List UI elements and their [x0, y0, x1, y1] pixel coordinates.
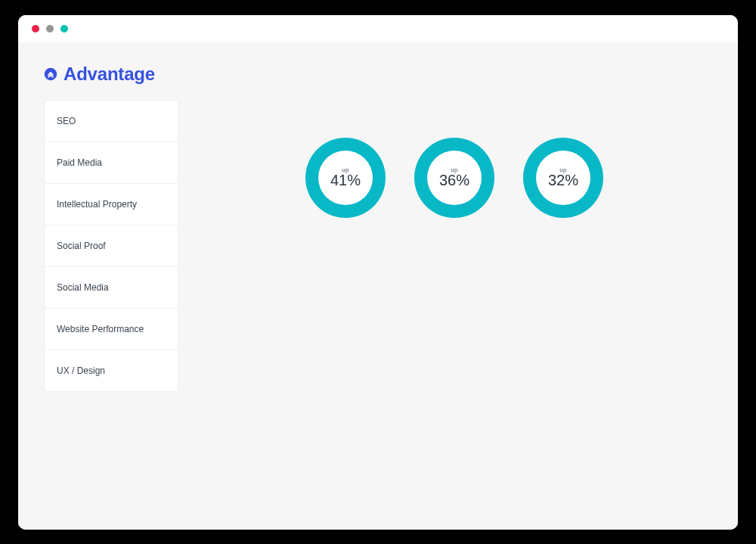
svg-point-0	[45, 67, 57, 80]
sidebar-item-paid-media[interactable]: Paid Media	[45, 142, 178, 184]
metric-value: 32%	[548, 172, 578, 189]
metric-value: 41%	[330, 172, 361, 189]
sidebar-item-label: Social Media	[57, 282, 109, 293]
layout-row: SEO Paid Media Intellectual Property Soc…	[44, 100, 712, 392]
app-content: Advantage SEO Paid Media Intellectual Pr…	[18, 42, 738, 530]
metric-donut-3: up 32%	[523, 138, 603, 218]
window-titlebar	[18, 15, 738, 42]
app-window: Advantage SEO Paid Media Intellectual Pr…	[18, 15, 738, 530]
sidebar-item-seo[interactable]: SEO	[45, 101, 178, 142]
sidebar-item-intellectual-property[interactable]: Intellectual Property	[45, 184, 178, 225]
sidebar-item-social-proof[interactable]: Social Proof	[45, 225, 178, 267]
donut-inner: up 32%	[536, 151, 590, 205]
sidebar-item-label: SEO	[57, 116, 76, 126]
sidebar-item-label: Paid Media	[57, 157, 102, 168]
chevrons-up-icon	[44, 67, 57, 81]
metric-donut-1: up 41%	[305, 138, 386, 218]
sidebar: SEO Paid Media Intellectual Property Soc…	[44, 100, 178, 392]
sidebar-item-ux-design[interactable]: UX / Design	[45, 350, 178, 391]
sidebar-item-label: UX / Design	[57, 365, 105, 376]
metric-value: 36%	[439, 172, 469, 189]
sidebar-item-label: Social Proof	[57, 241, 106, 251]
close-window-button[interactable]	[32, 25, 39, 33]
main-panel: up 41% up 36% up 32%	[197, 100, 712, 218]
page-title-row: Advantage	[44, 64, 712, 85]
sidebar-item-label: Website Performance	[57, 324, 144, 334]
donut-row: up 41% up 36% up 32%	[305, 138, 603, 218]
page-title: Advantage	[64, 64, 155, 85]
sidebar-item-social-media[interactable]: Social Media	[45, 267, 178, 309]
donut-inner: up 41%	[318, 151, 373, 205]
sidebar-item-website-performance[interactable]: Website Performance	[45, 309, 178, 350]
donut-inner: up 36%	[427, 151, 482, 205]
sidebar-item-label: Intellectual Property	[57, 199, 137, 210]
metric-donut-2: up 36%	[414, 138, 494, 218]
expand-window-button[interactable]	[60, 25, 68, 33]
minimize-window-button[interactable]	[46, 25, 54, 33]
